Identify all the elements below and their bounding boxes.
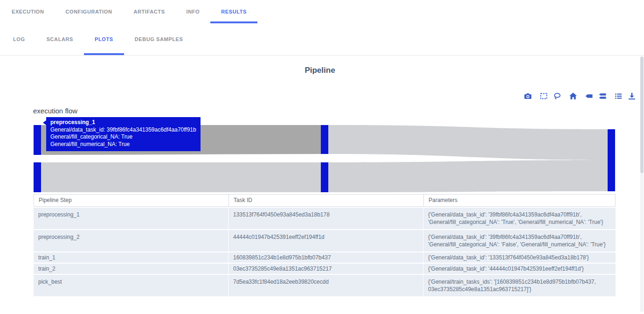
sankey-node-preprocessing-2[interactable] [34, 162, 41, 192]
column-header-parameters: Parameters [424, 195, 616, 206]
table-row: train_1 160839851c234b1e8d975b1bfb07b437… [34, 252, 616, 263]
sankey-node-pick-best[interactable] [608, 129, 615, 191]
cell-pipeline-step: preprocessing_1 [34, 208, 229, 229]
cell-parameters: {'General/data_task_id': '44444c01947b42… [423, 264, 616, 274]
cell-pipeline-step: preprocessing_2 [34, 230, 229, 251]
column-header-task-id: Task ID [229, 195, 424, 206]
cell-parameters: {'General/data_task_id': '39fbf86fc4a341… [423, 230, 616, 251]
sankey-node-train-2[interactable] [321, 162, 328, 192]
tooltip-line: General/fill_categorical_NA: True [50, 133, 196, 141]
table-row: train_2 03ec3735285c49e8a1351ac963715217… [34, 264, 616, 274]
cell-pipeline-step: train_2 [34, 264, 229, 274]
sankey-node-train-1[interactable] [321, 125, 328, 154]
table-header-row: Pipeline Step Task ID Parameters [34, 194, 616, 207]
cell-pipeline-step: train_1 [34, 252, 229, 263]
table-row: preprocessing_1 133513f764f0450e93a845ed… [34, 208, 616, 229]
cell-parameters: {'General/train_tasks_ids': '[160839851c… [423, 275, 616, 296]
pipeline-steps-table: Pipeline Step Task ID Parameters preproc… [34, 194, 616, 296]
cell-task-id: 44444c01947b425391eeff2ef194ff1d [229, 230, 423, 251]
cell-pipeline-step: pick_best [34, 275, 229, 296]
sankey-node-preprocessing-1[interactable] [34, 125, 41, 155]
cell-task-id: 7d5ea33fc1f84ed18a2eeb39820cecdd [229, 275, 423, 296]
cell-task-id: 160839851c234b1e8d975b1bfb07b437 [229, 252, 423, 263]
cell-task-id: 03ec3735285c49e8a1351ac963715217 [229, 264, 423, 274]
tooltip-line: General/data_task_id: 39fbf86fc4a341359a… [50, 126, 196, 134]
cell-parameters: {'General/data_task_id': '39fbf86fc4a341… [423, 208, 616, 229]
table-row: pick_best 7d5ea33fc1f84ed18a2eeb39820cec… [34, 275, 616, 296]
column-header-pipeline-step: Pipeline Step [34, 195, 229, 206]
sankey-link-preprocessing2-train2[interactable] [41, 162, 321, 192]
sankey-link-train1-pickbest[interactable] [328, 125, 608, 160]
cell-parameters: {'General/data_task_id': '133513f764f045… [423, 252, 616, 263]
vertical-scrollbar[interactable] [640, 56, 644, 312]
sankey-link-train2-pickbest[interactable] [328, 160, 608, 192]
tooltip-title: preprocessing_1 [50, 119, 196, 126]
table-row: preprocessing_2 44444c01947b425391eeff2e… [34, 230, 616, 251]
tooltip-line: General/fill_numerical_NA: True [50, 141, 196, 148]
scrollbar-thumb[interactable] [640, 56, 644, 173]
cell-task-id: 133513f764f0450e93a845ed3a18b178 [229, 208, 423, 229]
sankey-hover-tooltip: preprocessing_1 General/data_task_id: 39… [46, 117, 201, 151]
